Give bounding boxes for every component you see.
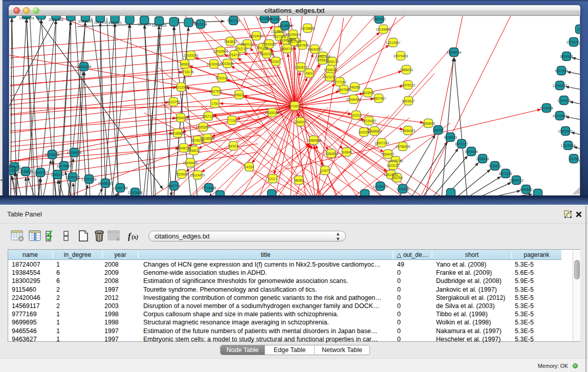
svg-text:1071915: 1071915 bbox=[138, 23, 151, 26]
svg-text:16261952: 16261952 bbox=[259, 52, 274, 56]
svg-text:8471676: 8471676 bbox=[499, 172, 512, 176]
svg-text:2367608: 2367608 bbox=[296, 43, 309, 47]
svg-text:19218506: 19218506 bbox=[278, 24, 293, 28]
svg-text:19654933: 19654933 bbox=[173, 116, 188, 120]
svg-text:14200967: 14200967 bbox=[207, 62, 222, 66]
svg-text:39155: 39155 bbox=[9, 169, 15, 172]
svg-text:110471: 110471 bbox=[319, 169, 331, 172]
svg-text:25620: 25620 bbox=[234, 93, 244, 97]
svg-text:16914479: 16914479 bbox=[190, 173, 205, 177]
svg-text:9242845: 9242845 bbox=[221, 62, 234, 65]
svg-text:7955812: 7955812 bbox=[316, 58, 329, 62]
svg-text:15300295: 15300295 bbox=[265, 111, 280, 115]
svg-text:15716485: 15716485 bbox=[202, 186, 216, 190]
svg-text:1010755: 1010755 bbox=[167, 100, 180, 104]
svg-text:116946: 116946 bbox=[341, 150, 352, 154]
svg-text:6479197: 6479197 bbox=[455, 142, 468, 146]
svg-text:17016504: 17016504 bbox=[561, 144, 576, 147]
svg-text:14139141: 14139141 bbox=[373, 185, 388, 188]
svg-text:252254: 252254 bbox=[391, 176, 403, 180]
svg-text:1345194: 1345194 bbox=[51, 173, 64, 177]
svg-text:3215958: 3215958 bbox=[540, 106, 553, 110]
svg-text:9427552: 9427552 bbox=[209, 90, 223, 93]
svg-text:1700: 1700 bbox=[211, 102, 219, 105]
svg-text:10688609: 10688609 bbox=[367, 129, 382, 133]
svg-text:(x): (x) bbox=[132, 234, 139, 240]
svg-text:7357224: 7357224 bbox=[227, 19, 240, 23]
svg-text:16961758: 16961758 bbox=[316, 55, 331, 58]
svg-text:16099489: 16099489 bbox=[183, 161, 198, 165]
svg-text:1244415: 1244415 bbox=[557, 99, 571, 102]
svg-text:8813054: 8813054 bbox=[268, 17, 281, 21]
svg-text:20206556: 20206556 bbox=[45, 153, 60, 157]
svg-text:8878334: 8878334 bbox=[191, 139, 204, 142]
svg-text:9777169: 9777169 bbox=[333, 80, 346, 84]
svg-text:77134: 77134 bbox=[227, 119, 236, 122]
svg-text:2935114: 2935114 bbox=[476, 157, 489, 161]
svg-text:19166825: 19166825 bbox=[170, 132, 185, 135]
svg-text:116753: 116753 bbox=[568, 157, 579, 161]
svg-text:29053346: 29053346 bbox=[77, 65, 92, 69]
svg-text:12213967: 12213967 bbox=[386, 41, 401, 45]
svg-text:3435001: 3435001 bbox=[9, 165, 21, 169]
svg-text:17957253: 17957253 bbox=[82, 178, 97, 181]
svg-text:22000584: 22000584 bbox=[213, 50, 228, 53]
svg-text:1615112: 1615112 bbox=[387, 164, 400, 167]
svg-text:9327508: 9327508 bbox=[288, 40, 301, 43]
svg-text:10958107: 10958107 bbox=[98, 182, 113, 185]
svg-text:15384554: 15384554 bbox=[324, 152, 339, 156]
svg-text:102216: 102216 bbox=[351, 114, 362, 117]
svg-text:12505115: 12505115 bbox=[66, 176, 80, 179]
svg-text:10543382: 10543382 bbox=[262, 42, 277, 46]
svg-text:19654923: 19654923 bbox=[401, 129, 416, 133]
svg-text:15751074: 15751074 bbox=[567, 40, 580, 44]
svg-text:8031144: 8031144 bbox=[216, 76, 229, 80]
svg-text:16782759: 16782759 bbox=[113, 186, 128, 190]
svg-text:891295: 891295 bbox=[257, 46, 268, 50]
svg-text:9657791: 9657791 bbox=[167, 184, 181, 188]
svg-text:16648784: 16648784 bbox=[447, 51, 462, 54]
svg-text:7663822: 7663822 bbox=[224, 40, 237, 43]
svg-text:7485003: 7485003 bbox=[400, 68, 413, 72]
svg-text:1621072: 1621072 bbox=[323, 75, 336, 79]
svg-text:5498222: 5498222 bbox=[187, 149, 201, 152]
svg-text:18224007: 18224007 bbox=[249, 34, 264, 38]
svg-text:6466160: 6466160 bbox=[108, 21, 122, 25]
svg-text:16671355: 16671355 bbox=[152, 24, 167, 27]
svg-text:10117: 10117 bbox=[268, 177, 277, 181]
svg-text:12156829: 12156829 bbox=[18, 170, 33, 173]
svg-text:7515524: 7515524 bbox=[194, 23, 207, 26]
svg-text:10973493: 10973493 bbox=[394, 54, 408, 58]
svg-text:16154808: 16154808 bbox=[300, 27, 315, 30]
svg-text:12923448: 12923448 bbox=[128, 191, 143, 194]
svg-text:253002: 253002 bbox=[295, 120, 306, 124]
svg-text:12942757: 12942757 bbox=[33, 171, 48, 174]
svg-text:32975887: 32975887 bbox=[57, 164, 72, 168]
svg-text:20364436: 20364436 bbox=[346, 98, 361, 101]
svg-text:13226058: 13226058 bbox=[271, 30, 286, 33]
svg-text:12213369: 12213369 bbox=[174, 85, 189, 89]
svg-text:111: 111 bbox=[577, 28, 580, 31]
svg-text:2718176: 2718176 bbox=[181, 70, 194, 74]
svg-text:9329966: 9329966 bbox=[560, 55, 573, 58]
svg-text:9327505: 9327505 bbox=[273, 35, 286, 38]
svg-text:9901: 9901 bbox=[306, 72, 313, 75]
svg-text:12093822: 12093822 bbox=[553, 84, 568, 87]
svg-text:2087682: 2087682 bbox=[373, 17, 386, 21]
svg-text:1733426: 1733426 bbox=[396, 187, 409, 191]
svg-text:13353594: 13353594 bbox=[196, 125, 211, 129]
svg-text:9227349: 9227349 bbox=[555, 69, 568, 73]
svg-text:164095: 164095 bbox=[432, 128, 444, 132]
svg-text:98968: 98968 bbox=[180, 62, 189, 66]
svg-text:12047: 12047 bbox=[271, 60, 280, 63]
svg-text:13325419: 13325419 bbox=[286, 33, 301, 36]
svg-text:18724007: 18724007 bbox=[288, 104, 302, 108]
svg-text:19756928: 19756928 bbox=[396, 145, 410, 148]
svg-text:7632621: 7632621 bbox=[488, 164, 502, 168]
svg-text:9699695: 9699695 bbox=[422, 122, 435, 125]
svg-text:7625402: 7625402 bbox=[175, 172, 188, 176]
svg-text:9245652: 9245652 bbox=[519, 188, 533, 191]
svg-text:12975115: 12975115 bbox=[401, 83, 416, 87]
svg-text:16120746: 16120746 bbox=[388, 159, 403, 163]
svg-text:3824554: 3824554 bbox=[361, 91, 375, 95]
